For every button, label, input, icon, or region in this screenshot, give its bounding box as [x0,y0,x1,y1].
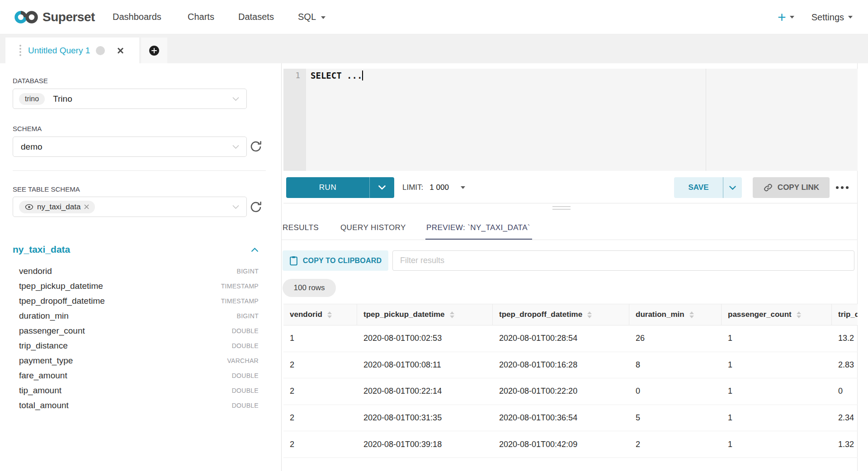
sort-icon[interactable] [797,311,801,318]
schema-column-row: passenger_count DOUBLE [13,323,259,338]
schema-column-row: tpep_pickup_datetime TIMESTAMP [13,278,259,293]
tab-untitled-query[interactable]: Untitled Query 1 [5,38,139,63]
tab-query-history[interactable]: QUERY HISTORY [340,223,406,232]
limit-value: 1 000 [429,183,449,192]
save-dropdown-chevron-icon[interactable] [723,177,742,198]
nav-datasets[interactable]: Datasets [238,12,274,22]
chevron-down-icon [232,97,239,101]
sort-icon[interactable] [327,311,332,318]
table-row[interactable]: 2 2020-08-01T00:08:11 2020-08-01T00:16:2… [283,352,858,379]
sidebar: DATABASE trino Trino SCHEMA demo SEE TAB… [0,63,282,471]
tab-close-icon[interactable] [117,47,124,54]
cell: 2020-08-01T00:28:54 [493,325,629,352]
run-dropdown-chevron-icon[interactable] [370,177,394,198]
column-name: trip_distance [13,341,232,351]
sort-icon[interactable] [689,311,694,318]
cell: 2020-08-01T00:22:20 [493,378,629,405]
cell: 5 [629,405,722,431]
cell: 2 [283,352,357,378]
remove-icon[interactable] [84,204,89,209]
column-header[interactable]: vendorid [283,304,357,325]
refresh-table-icon[interactable] [249,200,263,214]
schema-column-row: total_amount DOUBLE [13,398,259,413]
brand-name: Superset [42,10,95,24]
results-table: vendorid tpep_pickup_datetime tpep_dropo… [283,304,858,458]
table-row[interactable]: 1 2020-08-01T00:02:53 2020-08-01T00:28:5… [283,325,858,352]
copy-to-clipboard-button[interactable]: COPY TO CLIPBOARD [283,250,388,271]
column-header[interactable]: tpep_dropoff_datetime [493,304,629,325]
toolbar-divider [283,203,858,203]
tab-title[interactable]: Untitled Query 1 [28,46,90,56]
copy-link-label: COPY LINK [778,183,819,192]
run-button-label[interactable]: RUN [286,177,370,198]
schema-column-row: fare_amount DOUBLE [13,368,259,383]
nav-dashboards[interactable]: Dashboards [113,12,161,22]
column-header[interactable]: passenger_count [722,304,832,325]
clipboard-icon [289,256,298,266]
table-chip[interactable]: ny_taxi_data [19,201,95,213]
cell: 13.2 [832,325,858,352]
pane-resize-handle[interactable] [552,206,571,212]
table-row[interactable]: 2 2020-08-01T00:39:18 2020-08-01T00:42:0… [283,431,858,458]
cell: 2020-08-01T00:22:14 [357,378,493,405]
sort-icon[interactable] [450,311,454,318]
cell: 2.34 [832,405,858,431]
schema-column-row: tpep_dropoff_datetime TIMESTAMP [13,293,259,308]
save-button[interactable]: SAVE [674,177,742,198]
editor-gutter: 1 [283,69,306,171]
tab-preview[interactable]: PREVIEW: `NY_TAXI_DATA` [426,223,530,232]
more-options-icon[interactable] [836,186,849,189]
link-icon [763,183,773,193]
table-select[interactable]: ny_taxi_data [13,197,247,217]
filter-results-input[interactable]: Filter results [392,250,854,271]
column-name: tip_amount [13,386,232,396]
column-type: VARCHAR [227,357,259,364]
schema-value: demo [21,142,42,152]
schema-column-list: vendorid BIGINT tpep_pickup_datetime TIM… [13,264,259,413]
database-pill: trino [19,93,45,105]
filter-placeholder: Filter results [400,256,444,265]
tab-drag-handle-icon[interactable] [19,45,21,56]
column-header[interactable]: tpep_pickup_datetime [357,304,493,325]
settings-menu[interactable]: Settings [811,12,844,23]
plus-circle-icon [149,46,159,56]
chevron-down-icon [232,205,239,209]
superset-logo-icon [14,10,39,24]
cell: 2020-08-01T00:16:28 [493,352,629,378]
cell: 2 [283,431,357,457]
sort-icon[interactable] [587,311,592,318]
limit-dropdown[interactable]: LIMIT: 1 000 [402,177,465,198]
chevron-down-icon [232,145,239,149]
superset-logo[interactable]: Superset [14,10,95,24]
new-item-caret-icon[interactable] [790,16,794,19]
collapse-chevron-icon[interactable] [251,248,259,252]
nav-charts[interactable]: Charts [188,12,214,22]
cell: 2 [283,378,357,405]
cell: 2020-08-01T00:42:09 [493,431,629,457]
column-header[interactable]: duration_min [629,304,722,325]
copy-link-button[interactable]: COPY LINK [753,177,830,198]
settings-caret-icon[interactable] [848,16,853,19]
save-button-label[interactable]: SAVE [674,177,723,198]
new-item-button[interactable]: + [778,10,786,24]
column-name: total_amount [13,400,232,410]
schema-select[interactable]: demo [13,137,247,157]
database-select[interactable]: trino Trino [13,89,247,109]
cell: 0 [832,378,858,405]
table-row[interactable]: 2 2020-08-01T00:31:35 2020-08-01T00:36:5… [283,405,858,432]
table-row[interactable]: 2 2020-08-01T00:22:14 2020-08-01T00:22:2… [283,378,858,405]
sql-code-line[interactable]: SELECT ... [311,71,363,80]
results-table-header: vendorid tpep_pickup_datetime tpep_dropo… [283,304,858,325]
new-tab-button[interactable] [141,38,167,63]
run-button[interactable]: RUN [286,177,394,198]
schema-label: SCHEMA [13,125,42,132]
schema-column-row: vendorid BIGINT [13,264,259,278]
tab-results[interactable]: RESULTS [283,223,319,232]
nav-sql[interactable]: SQL [298,12,326,22]
column-type: BIGINT [237,268,259,275]
refresh-schema-icon[interactable] [249,140,263,153]
table-schema-title[interactable]: ny_taxi_data [13,244,70,255]
sql-code-editor[interactable]: 1 SELECT ... [283,69,858,171]
column-name: passenger_count [13,326,232,336]
column-header[interactable]: trip_d [832,304,858,325]
